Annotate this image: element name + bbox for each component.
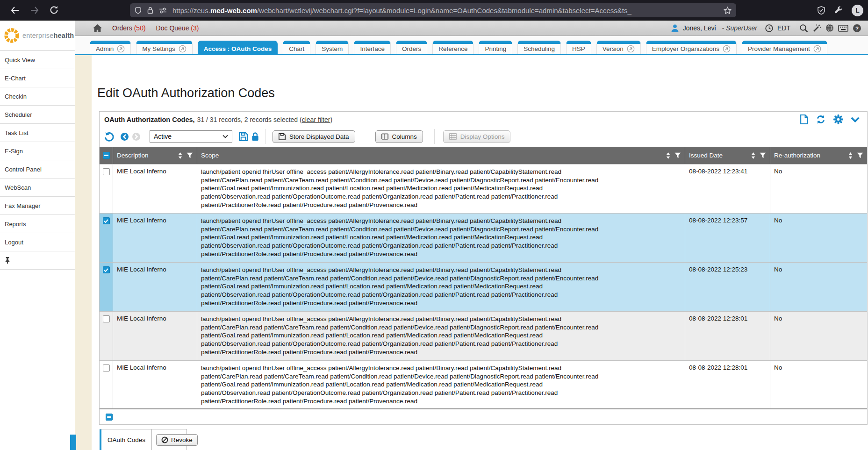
browser-forward-icon[interactable]: [30, 6, 39, 14]
status-filter-select[interactable]: Active: [150, 130, 232, 143]
column-header-reauthorization[interactable]: Re-authorization: [770, 147, 867, 164]
sidebar-item-control-panel[interactable]: Control Panel: [0, 160, 75, 179]
sort-icon[interactable]: [751, 152, 755, 159]
filter-funnel-icon[interactable]: [760, 152, 766, 158]
row-select-cell: [100, 312, 113, 360]
sort-icon[interactable]: [666, 152, 670, 159]
tab-access-oauth-codes[interactable]: Access : OAuth Codes: [198, 41, 278, 54]
filter-funnel-icon[interactable]: [674, 152, 681, 158]
globe-icon[interactable]: [825, 24, 834, 32]
table-header: Description Scope Issued Date Re-authori…: [100, 147, 867, 164]
profile-avatar[interactable]: L: [852, 5, 863, 16]
select-all-checkbox[interactable]: [103, 152, 110, 159]
table-toolbar: Active Store Displayed Data: [100, 127, 867, 146]
url-text: https://zeus.med-web.com/webchart/wctlev…: [172, 7, 718, 14]
column-header-description[interactable]: Description: [113, 147, 197, 164]
refresh-icon[interactable]: [816, 114, 826, 124]
row-checkbox[interactable]: [103, 315, 110, 322]
columns-button[interactable]: Columns: [375, 130, 423, 143]
save-filter-icon[interactable]: [239, 132, 248, 141]
permissions-icon[interactable]: [159, 7, 167, 14]
sidebar-item-task-list[interactable]: Task List: [0, 124, 75, 142]
lock-icon[interactable]: [147, 7, 153, 14]
table-row[interactable]: MIE Local Inferno launch/patient openid …: [100, 311, 867, 360]
table-row[interactable]: MIE Local Inferno launch/patient openid …: [100, 360, 867, 409]
url-bar[interactable]: https://zeus.med-web.com/webchart/wctlev…: [130, 3, 736, 17]
tab-orders[interactable]: Orders: [396, 41, 427, 54]
sidebar-item-e-chart[interactable]: E-Chart: [0, 69, 75, 87]
sidebar-item-scheduler[interactable]: Scheduler: [0, 106, 75, 124]
external-link-icon: [813, 45, 821, 53]
page-back-button[interactable]: [121, 133, 129, 141]
quick-action-wand-icon[interactable]: [812, 24, 821, 33]
sidebar-item-label: Fax Manager: [5, 202, 41, 209]
row-checkbox[interactable]: [103, 266, 110, 273]
sidebar-item-checkin[interactable]: Checkin: [0, 87, 75, 106]
tab-my-settings[interactable]: My Settings: [136, 41, 193, 54]
sidebar-item-e-sign[interactable]: E-Sign: [0, 142, 75, 160]
scrollbar-thumb[interactable]: [70, 435, 76, 450]
sidebar-item-webscan[interactable]: WebScan: [0, 179, 75, 197]
revoke-button[interactable]: Revoke: [156, 434, 198, 446]
tab-provider-management[interactable]: Provider Management: [742, 41, 827, 54]
table-row[interactable]: MIE Local Inferno launch/patient openid …: [100, 262, 867, 311]
tab-label: Orders: [402, 45, 421, 52]
lock-filter-icon[interactable]: [251, 132, 259, 141]
doc-queue-link[interactable]: Doc Queue (3): [156, 24, 199, 32]
search-icon[interactable]: [799, 24, 808, 33]
new-document-icon[interactable]: [800, 114, 808, 124]
sidebar: enterprisehealth Quick View E-Chart Chec…: [0, 21, 75, 450]
row-checkbox[interactable]: [103, 217, 110, 224]
filter-funnel-icon[interactable]: [187, 152, 193, 158]
table-row[interactable]: MIE Local Inferno launch/patient openid …: [100, 213, 867, 262]
row-checkbox[interactable]: [103, 364, 110, 371]
tab-reference[interactable]: Reference: [432, 41, 473, 54]
collapse-chevron-icon[interactable]: [851, 117, 860, 122]
sidebar-item-fax-manager[interactable]: Fax Manager: [0, 197, 75, 215]
sidebar-item-reports[interactable]: Reports: [0, 215, 75, 233]
tab-employer-organizations[interactable]: Employer Organizations: [646, 41, 737, 54]
tab-label: System: [322, 45, 343, 52]
bookmark-star-icon[interactable]: [724, 7, 732, 14]
sidebar-item-quick-view[interactable]: Quick View: [0, 51, 75, 69]
page-forward-button[interactable]: [132, 133, 140, 141]
help-icon[interactable]: ?: [853, 24, 861, 33]
tab-admin[interactable]: Admin: [90, 41, 131, 54]
column-header-scope[interactable]: Scope: [197, 147, 685, 164]
user-name[interactable]: Jones, Levi: [683, 24, 716, 32]
row-checkbox[interactable]: [103, 168, 110, 175]
sidebar-item-logout[interactable]: Logout: [0, 233, 75, 251]
shield-icon[interactable]: [135, 7, 142, 14]
filter-funnel-icon[interactable]: [857, 152, 863, 158]
tab-label: Access : OAuth Codes: [204, 45, 272, 52]
sort-icon[interactable]: [848, 152, 853, 159]
tab-version[interactable]: Version: [596, 41, 641, 54]
tab-interface[interactable]: Interface: [354, 41, 391, 54]
wrench-icon[interactable]: [834, 6, 843, 14]
tab-hsp[interactable]: HSP: [566, 41, 591, 54]
tab-system[interactable]: System: [316, 41, 349, 54]
gear-icon[interactable]: [833, 114, 843, 124]
tab-chart[interactable]: Chart: [283, 41, 310, 54]
footer-select-all-checkbox[interactable]: [106, 414, 113, 421]
clear-filter-link[interactable]: clear filter: [302, 116, 330, 123]
column-header-issued-date[interactable]: Issued Date: [685, 147, 770, 164]
table-row[interactable]: MIE Local Inferno launch/patient openid …: [100, 164, 867, 213]
undo-icon[interactable]: [104, 132, 114, 142]
sidebar-pin-toggle[interactable]: [0, 251, 75, 270]
sidebar-item-label: E-Chart: [5, 75, 26, 82]
row-select-cell: [100, 214, 113, 262]
keyboard-icon[interactable]: [838, 25, 848, 32]
browser-reload-icon[interactable]: [50, 6, 58, 14]
sort-icon[interactable]: [178, 152, 182, 159]
home-icon[interactable]: [93, 24, 102, 32]
tab-printing[interactable]: Printing: [479, 41, 512, 54]
display-options-button[interactable]: Display Options: [443, 130, 511, 143]
browser-back-icon[interactable]: [10, 6, 20, 14]
tab-oauth-codes[interactable]: OAuth Codes: [100, 429, 152, 450]
orders-link[interactable]: Orders (50): [112, 24, 146, 32]
sidebar-item-label: E-Sign: [5, 148, 23, 155]
tab-scheduling[interactable]: Scheduling: [517, 41, 561, 54]
store-displayed-data-button[interactable]: Store Displayed Data: [273, 130, 355, 143]
shield-check-icon[interactable]: [817, 6, 825, 15]
